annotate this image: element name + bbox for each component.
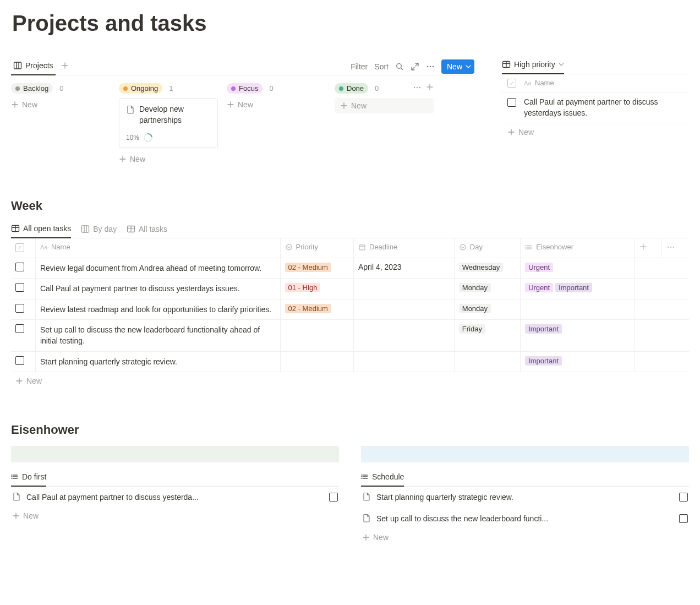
day-tag: Monday xyxy=(459,283,491,292)
th-name[interactable]: AaName xyxy=(35,238,280,258)
task-checkbox[interactable] xyxy=(507,98,516,107)
column-more-icon[interactable] xyxy=(413,83,422,94)
do-first-new-row[interactable]: New xyxy=(11,508,339,524)
select-prop-icon xyxy=(459,243,467,251)
column-new-row[interactable]: New xyxy=(11,98,110,111)
sort-button[interactable]: Sort xyxy=(374,62,389,71)
tab-all-open-tasks[interactable]: All open tasks xyxy=(11,222,71,238)
search-icon[interactable] xyxy=(395,62,404,71)
list-icon xyxy=(11,473,19,481)
day-cell[interactable]: Monday xyxy=(454,299,520,319)
task-row[interactable]: Review latest roadmap and look for oppor… xyxy=(11,299,689,319)
tab-schedule[interactable]: Schedule xyxy=(361,470,404,487)
priority-tag: 02 - Medium xyxy=(285,263,331,272)
day-cell[interactable]: Wednesday xyxy=(454,258,520,279)
th-priority[interactable]: Priority xyxy=(280,238,353,258)
new-project-button[interactable]: New xyxy=(441,59,474,74)
day-cell[interactable]: Friday xyxy=(454,320,520,352)
more-icon[interactable] xyxy=(426,62,435,71)
status-pill[interactable]: Done xyxy=(335,83,368,94)
th-day[interactable]: Day xyxy=(454,238,520,258)
priority-cell[interactable]: 02 - Medium xyxy=(280,258,353,279)
svg-point-8 xyxy=(414,87,415,88)
eisenhower-item[interactable]: Start planning quarterly strategic revie… xyxy=(361,487,689,508)
svg-text:Aa: Aa xyxy=(524,80,532,86)
task-name-cell[interactable]: Call Paul at payment partner to discuss … xyxy=(35,279,280,299)
svg-point-3 xyxy=(397,63,402,68)
column-new-row[interactable]: New xyxy=(119,152,218,166)
task-checkbox[interactable] xyxy=(15,263,24,271)
filter-button[interactable]: Filter xyxy=(351,62,368,71)
hp-new-row[interactable]: New xyxy=(502,123,689,141)
th-deadline[interactable]: Deadline xyxy=(354,238,455,258)
table-icon xyxy=(11,224,20,233)
svg-point-43 xyxy=(12,478,13,479)
priority-cell[interactable]: 02 - Medium xyxy=(280,299,353,319)
eisenhower-cell[interactable]: Urgent Important xyxy=(521,279,635,299)
deadline-cell[interactable] xyxy=(354,320,455,352)
th-checkbox: ✓ xyxy=(11,238,35,258)
add-view-button[interactable] xyxy=(59,59,71,73)
task-checkbox[interactable] xyxy=(15,356,24,365)
task-checkbox[interactable] xyxy=(679,493,688,502)
project-card[interactable]: Develop new partnerships 10% xyxy=(119,98,218,148)
plus-icon xyxy=(12,512,20,520)
svg-text:Aa: Aa xyxy=(40,244,48,250)
task-name-cell[interactable]: Set up call to discuss the new leaderboa… xyxy=(35,320,280,352)
svg-point-5 xyxy=(427,66,429,67)
eisenhower-title: Eisenhower xyxy=(11,423,689,437)
priority-cell[interactable]: 01 - High xyxy=(280,279,353,299)
eisenhower-cell[interactable]: Important xyxy=(521,320,635,352)
day-cell[interactable]: Monday xyxy=(454,279,520,299)
tab-high-priority[interactable]: High priority xyxy=(502,60,564,74)
deadline-cell[interactable]: April 4, 2023 xyxy=(354,258,455,279)
task-checkbox[interactable] xyxy=(679,514,688,523)
tab-all-tasks[interactable]: All tasks xyxy=(127,222,167,238)
column-more-button[interactable] xyxy=(662,238,689,258)
task-name-cell[interactable]: Review legal document from Andrea ahead … xyxy=(35,258,280,279)
column-new-row[interactable]: New xyxy=(227,98,326,111)
th-eisenhower[interactable]: Eisenhower xyxy=(521,238,635,258)
task-checkbox[interactable] xyxy=(329,493,338,502)
eisenhower-item[interactable]: Call Paul at payment partner to discuss … xyxy=(11,487,339,508)
column-add-icon[interactable] xyxy=(426,83,434,94)
hp-task-row[interactable]: Call Paul at payment partner to discuss … xyxy=(502,92,689,123)
task-row[interactable]: Review legal document from Andrea ahead … xyxy=(11,258,689,279)
task-checkbox[interactable] xyxy=(15,283,24,292)
eisenhower-cell[interactable]: Important xyxy=(521,351,635,372)
eisenhower-cell[interactable]: Urgent xyxy=(521,258,635,279)
status-pill[interactable]: Backlog xyxy=(11,83,53,94)
status-pill[interactable]: Ongoing xyxy=(119,83,162,94)
deadline-cell[interactable] xyxy=(354,351,455,372)
task-row[interactable]: Start planning quarterly strategic revie… xyxy=(11,351,689,372)
tab-by-day[interactable]: By day xyxy=(81,222,117,238)
status-pill[interactable]: Focus xyxy=(227,83,262,94)
week-new-row[interactable]: New xyxy=(11,372,689,390)
deadline-cell[interactable] xyxy=(354,279,455,299)
deadline-cell[interactable] xyxy=(354,299,455,319)
board-column-focus: Focus 0 New xyxy=(227,83,326,166)
plus-icon xyxy=(227,101,234,108)
add-column-button[interactable] xyxy=(635,238,661,258)
task-name-cell[interactable]: Start planning quarterly strategic revie… xyxy=(35,351,280,372)
tab-projects[interactable]: Projects xyxy=(11,58,56,75)
priority-cell[interactable] xyxy=(280,320,353,352)
task-row[interactable]: Call Paul at payment partner to discuss … xyxy=(11,279,689,299)
column-new-row[interactable]: New xyxy=(335,98,434,113)
day-cell[interactable] xyxy=(454,351,520,372)
eisenhower-tag: Important xyxy=(555,283,592,292)
eisenhower-item[interactable]: Set up call to discuss the new leaderboa… xyxy=(361,508,689,530)
schedule-new-row[interactable]: New xyxy=(361,530,689,545)
week-table: ✓ AaName Priority Deadline Day Eisenhowe… xyxy=(11,238,689,372)
week-title: Week xyxy=(11,199,689,213)
expand-icon[interactable] xyxy=(411,62,419,71)
tab-do-first[interactable]: Do first xyxy=(11,470,46,487)
eisenhower-cell[interactable] xyxy=(521,299,635,319)
task-checkbox[interactable] xyxy=(15,324,24,333)
task-row[interactable]: Set up call to discuss the new leaderboa… xyxy=(11,320,689,352)
task-checkbox[interactable] xyxy=(15,304,24,313)
text-prop-icon: Aa xyxy=(40,243,48,251)
svg-point-9 xyxy=(417,87,418,88)
task-name-cell[interactable]: Review latest roadmap and look for oppor… xyxy=(35,299,280,319)
priority-cell[interactable] xyxy=(280,351,353,372)
